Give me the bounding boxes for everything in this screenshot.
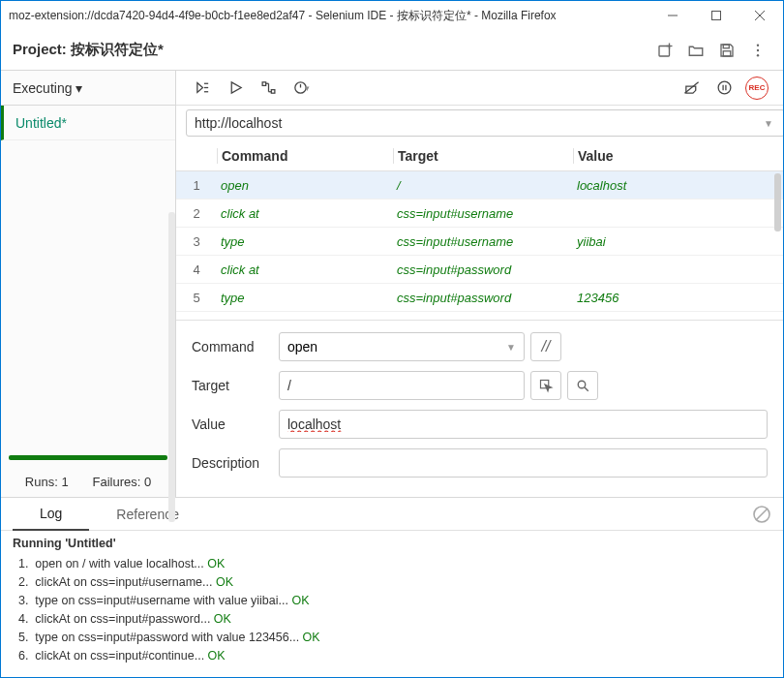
svg-line-27 — [585, 387, 588, 391]
window-titlebar: moz-extension://dcda7420-94d4-4f9e-b0cb-… — [1, 1, 783, 30]
project-bar: Project: 按标识符定位* — [1, 30, 783, 71]
log-running-header: Running 'Untitled' — [13, 537, 773, 550]
svg-line-21 — [684, 82, 698, 93]
chevron-down-icon: ▼ — [506, 342, 516, 353]
grid-row[interactable]: 6click atcss=input#continue — [176, 312, 783, 321]
svg-rect-4 — [659, 46, 670, 56]
svg-marker-12 — [196, 83, 202, 93]
log-line: 1. open on / with value localhost... OK — [11, 554, 773, 572]
row-target: css=input#username — [393, 206, 573, 221]
command-select[interactable]: open▼ — [279, 332, 525, 361]
svg-rect-7 — [723, 45, 729, 48]
row-command: click at — [217, 319, 393, 322]
base-url-input[interactable] — [186, 109, 784, 137]
find-target-button[interactable] — [567, 371, 598, 400]
test-item-label: Untitled* — [15, 115, 67, 131]
row-number: 6 — [176, 319, 217, 322]
sidebar-head-label: Executing — [13, 80, 72, 96]
svg-rect-1 — [711, 12, 720, 20]
svg-rect-18 — [271, 90, 275, 94]
grid-scrollbar[interactable] — [774, 173, 781, 231]
description-input[interactable] — [279, 448, 768, 478]
tab-reference[interactable]: Reference — [89, 498, 206, 531]
row-number: 4 — [176, 262, 217, 277]
select-target-button[interactable] — [530, 371, 561, 400]
svg-point-26 — [578, 381, 586, 388]
project-title: Project: 按标识符定位* — [13, 41, 648, 59]
save-project-button[interactable] — [713, 37, 740, 64]
base-url-bar: ▼ — [176, 106, 783, 140]
row-number: 5 — [176, 291, 217, 305]
window-maximize-button[interactable] — [694, 1, 738, 30]
command-grid: Command Target Value 1open/localhost2cli… — [176, 140, 783, 321]
row-value: localhost — [573, 178, 783, 193]
header-command: Command — [217, 148, 393, 164]
grid-row[interactable]: 2click atcss=input#username — [176, 200, 783, 228]
record-button[interactable]: REC — [740, 75, 773, 102]
grid-row[interactable]: 3typecss=input#usernameyiibai — [176, 228, 783, 256]
svg-point-11 — [757, 54, 759, 56]
row-command: open — [217, 178, 393, 193]
window-minimize-button[interactable] — [650, 1, 694, 30]
sidebar-dropdown[interactable]: Executing ▾ — [1, 71, 175, 106]
log-line: 5. type on css=input#password with value… — [11, 628, 773, 646]
runs-count: Runs: 1 — [25, 475, 69, 489]
window-title: moz-extension://dcda7420-94d4-4f9e-b0cb-… — [9, 8, 650, 24]
chevron-down-icon: ▾ — [75, 80, 82, 96]
label-target: Target — [192, 378, 279, 393]
row-command: click at — [217, 262, 393, 277]
row-target: css=input#password — [393, 291, 573, 305]
command-select-value: open — [287, 339, 317, 354]
row-target: / — [393, 178, 573, 193]
window-close-button[interactable] — [738, 1, 781, 30]
svg-point-10 — [757, 48, 759, 50]
run-stats: Runs: 1 Failures: 0 — [1, 475, 175, 489]
url-dropdown-icon[interactable]: ▼ — [764, 118, 773, 129]
failures-count: Failures: 0 — [92, 475, 151, 489]
test-list: Untitled* — [1, 106, 175, 497]
step-button[interactable] — [252, 75, 285, 102]
open-project-button[interactable] — [682, 37, 709, 64]
row-command: click at — [217, 206, 393, 221]
target-input[interactable] — [279, 371, 525, 400]
row-command: type — [217, 234, 393, 249]
toolbar: ▾ REC — [176, 71, 783, 106]
row-number: 3 — [176, 234, 217, 249]
speed-button[interactable]: ▾ — [285, 75, 317, 102]
row-target: css=input#password — [393, 262, 573, 277]
svg-marker-16 — [231, 82, 241, 93]
clear-log-button[interactable] — [752, 505, 771, 524]
row-number: 2 — [176, 206, 217, 221]
grid-row[interactable]: 1open/localhost — [176, 171, 783, 200]
row-target: css=input#continue — [393, 319, 573, 322]
workarea: ▾ REC ▼ Command Target Value 1open/local… — [176, 71, 783, 497]
row-value: 123456 — [573, 291, 783, 305]
grid-row[interactable]: 4click atcss=input#password — [176, 256, 783, 284]
label-command: Command — [192, 339, 279, 354]
pause-button[interactable] — [708, 75, 740, 102]
header-target: Target — [393, 148, 573, 164]
svg-rect-8 — [723, 50, 731, 55]
label-value: Value — [192, 416, 279, 432]
tab-log[interactable]: Log — [13, 498, 89, 531]
log-body: Running 'Untitled' 1. open on / with val… — [1, 531, 783, 677]
toggle-comment-button[interactable]: // — [530, 332, 561, 361]
progress-bar — [9, 455, 167, 460]
log-line: 4. clickAt on css=input#password... OK — [11, 609, 773, 628]
row-value: yiibai — [573, 234, 783, 249]
disable-breakpoints-button[interactable] — [675, 75, 708, 102]
main-area: Executing ▾ Untitled* Runs: 1 Failures: … — [1, 71, 783, 497]
value-input[interactable] — [279, 410, 768, 439]
svg-line-29 — [756, 508, 768, 520]
row-command: type — [217, 291, 393, 305]
more-menu-button[interactable] — [744, 37, 771, 64]
new-project-button[interactable] — [651, 37, 678, 64]
grid-header: Command Target Value — [176, 140, 783, 171]
run-all-button[interactable] — [186, 75, 219, 102]
run-current-button[interactable] — [219, 75, 252, 102]
label-description: Description — [192, 455, 279, 471]
test-item[interactable]: Untitled* — [1, 106, 175, 140]
sidebar: Executing ▾ Untitled* Runs: 1 Failures: … — [1, 71, 176, 497]
grid-row[interactable]: 5typecss=input#password123456 — [176, 284, 783, 312]
svg-point-22 — [718, 81, 731, 94]
